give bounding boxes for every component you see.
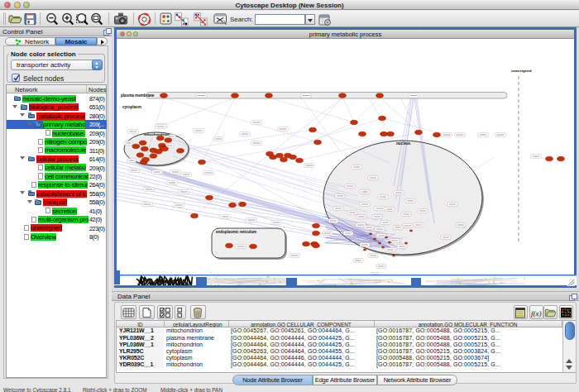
svg-text:plasma membrane: plasma membrane (121, 93, 155, 98)
svg-text:endoplasmic reticulum: endoplasmic reticulum (216, 230, 256, 234)
svg-text:mitochondrion: mitochondrion (144, 132, 170, 136)
svg-text:unassigned: unassigned (511, 69, 532, 73)
svg-text:f(x): f(x) (531, 309, 542, 318)
svg-text:cytoplasm: cytoplasm (122, 105, 141, 109)
svg-text:nucleus: nucleus (396, 141, 411, 146)
